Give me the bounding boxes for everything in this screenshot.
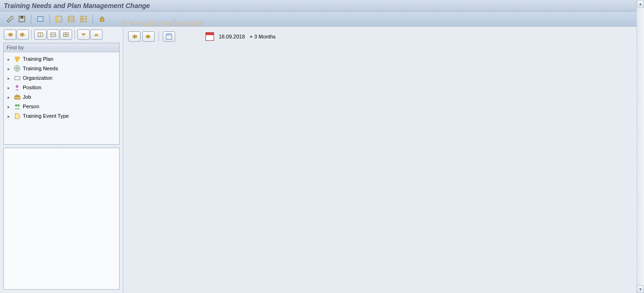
toggle-wrench-icon[interactable] bbox=[4, 14, 15, 24]
tree-tool3-button[interactable] bbox=[60, 29, 72, 40]
tree-expand-icon: ▸ bbox=[8, 104, 11, 108]
content-back-button[interactable] bbox=[128, 31, 140, 42]
svg-rect-33 bbox=[135, 36, 137, 38]
svg-rect-34 bbox=[146, 36, 148, 38]
svg-rect-12 bbox=[10, 34, 12, 36]
scroll-down-icon[interactable]: ▼ bbox=[637, 285, 644, 293]
tree-item-label: Organization bbox=[23, 75, 52, 81]
svg-rect-36 bbox=[166, 34, 172, 36]
content-forward-button[interactable] bbox=[142, 31, 155, 42]
collapse-button[interactable] bbox=[77, 29, 90, 40]
tree-item-label: Position bbox=[23, 85, 41, 90]
tree-expand-icon: ▸ bbox=[8, 114, 11, 118]
person-icon bbox=[13, 103, 21, 110]
tree-item-organization[interactable]: ▸ Organization bbox=[5, 73, 118, 83]
toolbar-separator bbox=[75, 30, 75, 39]
left-panel: Find by ▸ Training Plan ▸ Training Needs bbox=[0, 27, 123, 293]
toolbar-separator bbox=[31, 14, 31, 24]
tree-item-training-needs[interactable]: ▸ Training Needs bbox=[5, 64, 118, 73]
left-panel-toolbar bbox=[2, 28, 121, 43]
tree-item-label: Training Plan bbox=[23, 56, 53, 62]
tree-item-label: Person bbox=[23, 104, 39, 109]
svg-rect-2 bbox=[37, 17, 43, 21]
tree-item-position[interactable]: ▸ Position bbox=[5, 83, 118, 92]
position-icon bbox=[13, 84, 21, 91]
tree-expand-icon: ▸ bbox=[8, 66, 11, 70]
title-bar: Training Needs and Plan Management Chang… bbox=[0, 0, 644, 11]
scroll-up-icon[interactable]: ▲ bbox=[637, 0, 644, 8]
plan-icon bbox=[13, 55, 21, 63]
calendar-icon[interactable] bbox=[205, 32, 214, 41]
document-icon bbox=[13, 112, 21, 120]
svg-point-32 bbox=[17, 104, 19, 106]
toolbar-separator bbox=[159, 32, 159, 41]
toolbar-separator bbox=[31, 30, 32, 39]
date-delta: + 3 Months bbox=[250, 34, 276, 39]
save-icon[interactable] bbox=[16, 14, 28, 24]
vertical-scrollbar[interactable]: ▲ ▼ bbox=[636, 0, 644, 293]
tree-item-job[interactable]: ▸ Job bbox=[5, 92, 118, 102]
svg-point-26 bbox=[17, 68, 18, 69]
find-by-header: Find by bbox=[4, 43, 119, 52]
svg-rect-5 bbox=[68, 16, 74, 22]
tree-expand-icon: ▸ bbox=[8, 95, 11, 99]
nav-forward-button[interactable] bbox=[17, 29, 29, 40]
svg-rect-11 bbox=[100, 19, 104, 21]
toolbar-separator bbox=[93, 14, 93, 24]
target-icon bbox=[13, 65, 21, 72]
tree-tool2-button[interactable] bbox=[47, 29, 59, 40]
application-toolbar bbox=[0, 11, 644, 27]
tree-item-label: Job bbox=[23, 94, 31, 100]
tree-tool1-button[interactable] bbox=[34, 29, 47, 40]
svg-point-28 bbox=[16, 85, 19, 88]
date-value: 18.09.2018 bbox=[219, 34, 245, 39]
title-text: Training Needs and Plan Management Chang… bbox=[4, 2, 150, 9]
content-area: Find by ▸ Training Plan ▸ Training Needs bbox=[0, 27, 644, 293]
content-layout-button[interactable] bbox=[163, 31, 175, 42]
svg-rect-27 bbox=[15, 76, 20, 80]
tree-item-training-plan[interactable]: ▸ Training Plan bbox=[5, 54, 118, 64]
tree-expand-icon: ▸ bbox=[8, 85, 11, 89]
right-panel: 18.09.2018 + 3 Months bbox=[123, 27, 644, 293]
svg-point-31 bbox=[15, 104, 17, 106]
svg-point-23 bbox=[16, 59, 19, 62]
details-icon[interactable] bbox=[35, 14, 46, 24]
tree-item-label: Training Needs bbox=[23, 66, 58, 71]
job-icon bbox=[13, 93, 21, 101]
find-by-panel: Find by ▸ Training Plan ▸ Training Needs bbox=[3, 43, 120, 145]
layout2-icon[interactable] bbox=[65, 14, 77, 24]
tree-item-label: Training Event Type bbox=[23, 113, 69, 119]
detail-panel: ····· bbox=[3, 148, 120, 290]
svg-rect-4 bbox=[56, 16, 58, 22]
right-toolbar: 18.09.2018 + 3 Months bbox=[126, 29, 641, 44]
date-section: 18.09.2018 + 3 Months bbox=[205, 32, 276, 41]
tree-view: ▸ Training Plan ▸ Training Needs ▸ bbox=[4, 52, 119, 123]
layout3-icon[interactable] bbox=[78, 14, 89, 24]
lock-icon[interactable] bbox=[96, 14, 108, 24]
tree-expand-icon: ▸ bbox=[8, 57, 11, 61]
org-icon bbox=[13, 74, 21, 82]
nav-back-button[interactable] bbox=[4, 29, 16, 40]
tree-expand-icon: ▸ bbox=[8, 76, 11, 80]
expand-button[interactable] bbox=[90, 29, 103, 40]
svg-rect-1 bbox=[20, 16, 23, 19]
svg-point-22 bbox=[17, 57, 20, 59]
svg-rect-13 bbox=[20, 34, 22, 36]
tree-item-event-type[interactable]: ▸ Training Event Type bbox=[5, 111, 118, 121]
tree-item-person[interactable]: ▸ Person bbox=[5, 102, 118, 111]
toolbar-separator bbox=[49, 14, 50, 24]
horizontal-splitter[interactable]: ····· bbox=[58, 146, 65, 150]
layout1-icon[interactable] bbox=[53, 14, 65, 24]
